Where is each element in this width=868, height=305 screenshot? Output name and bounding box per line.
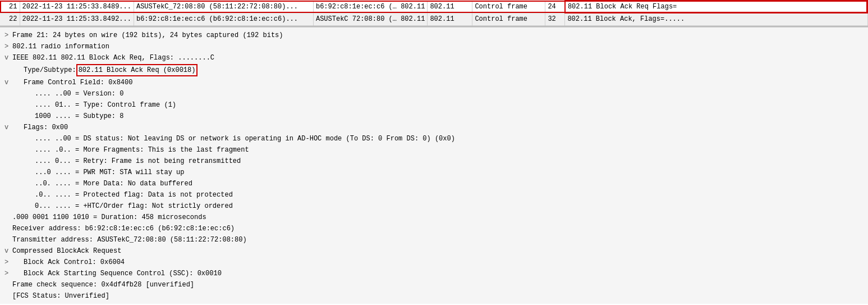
packet-source: b6:92:c8:1e:ec:c6 (b6:92:c8:1e:ec:c6)... [134, 13, 313, 25]
detail-line: >Block Ack Control: 0x6004 [0, 257, 868, 268]
subtype-highlight-box: 802.11 Block Ack Req (0x0018) [76, 64, 198, 76]
detail-text: Block Ack Control: 0x6004 [24, 257, 125, 267]
detail-text: Type/Subtype: [24, 65, 76, 75]
detail-line: .... ..00 = Version: 0 [0, 88, 868, 99]
detail-panel: >Frame 21: 24 bytes on wire (192 bits), … [0, 26, 868, 304]
detail-text: Frame check sequence: 0x4df4fb28 [unveri… [12, 280, 194, 290]
detail-text: 802.11 radio information [12, 42, 109, 52]
detail-line: vCompressed BlockAck Request [0, 245, 868, 257]
detail-line: >Frame 21: 24 bytes on wire (192 bits), … [0, 30, 868, 41]
detail-text: .... 0... = Retry: Frame is not being re… [35, 156, 241, 166]
expand-icon[interactable]: v [4, 53, 12, 63]
packet-destination: b6:92:c8:1e:ec:c6 (… 802.11 [313, 1, 427, 13]
detail-text: Frame Control Field: 0x8400 [24, 78, 132, 88]
detail-text: Transmitter address: ASUSTekC_72:08:80 (… [12, 235, 247, 245]
packet-protocol: 802.11 [428, 13, 472, 25]
packet-time: 2022-11-23 11:25:33.8489... [20, 1, 134, 13]
detail-text: 0... .... = +HTC/Order flag: Not strictl… [35, 201, 233, 211]
detail-text: .... .0.. = More Fragments: This is the … [35, 145, 249, 155]
packet-no: 22 [0, 13, 20, 25]
packet-destination: ASUSTekC 72:08:80 (… 802.11 [313, 13, 427, 25]
packet-row[interactable]: 212022-11-23 11:25:33.8489...ASUSTekC_72… [0, 1, 867, 13]
expand-icon[interactable]: v [4, 246, 12, 256]
detail-line: >Block Ack Starting Sequence Control (SS… [0, 268, 868, 279]
packet-length: 24 [545, 1, 565, 13]
detail-text: .... 01.. = Type: Control frame (1) [35, 100, 176, 110]
packet-time: 2022-11-23 11:25:33.8492... [20, 13, 134, 25]
detail-text: [FCS Status: Unverified] [12, 291, 109, 301]
detail-line: 0... .... = +HTC/Order flag: Not strictl… [0, 201, 868, 212]
detail-line: .... .0.. = More Fragments: This is the … [0, 144, 868, 156]
packet-length-label: Control frame [472, 13, 545, 25]
expand-icon[interactable]: > [4, 30, 12, 40]
detail-text: Frame 21: 24 bytes on wire (192 bits), 2… [12, 30, 283, 40]
detail-line: .0.. .... = Protected flag: Data is not … [0, 189, 868, 201]
detail-line: .... ..00 = DS status: Not leaving DS or… [0, 133, 868, 144]
packet-source: ASUSTekC_72:08:80 (58:11:22:72:08:80)... [134, 1, 313, 13]
packet-length-label: Control frame [472, 1, 545, 13]
detail-text: .0.. .... = Protected flag: Data is not … [35, 190, 233, 200]
expand-icon[interactable]: v [4, 78, 12, 88]
detail-text: IEEE 802.11 802.11 Block Ack Req, Flags:… [12, 53, 214, 63]
detail-text: .... ..00 = DS status: Not leaving DS or… [35, 134, 455, 144]
detail-line: Frame check sequence: 0x4df4fb28 [unveri… [0, 279, 868, 290]
detail-text: .000 0001 1100 1010 = Duration: 458 micr… [12, 212, 206, 222]
detail-text: Block Ack Starting Sequence Control (SSC… [24, 268, 222, 279]
detail-line: .000 0001 1100 1010 = Duration: 458 micr… [0, 212, 868, 223]
packet-length: 32 [545, 13, 565, 25]
packet-list: 212022-11-23 11:25:33.8489...ASUSTekC_72… [0, 0, 868, 26]
detail-line: Receiver address: b6:92:c8:1e:ec:c6 (b6:… [0, 223, 868, 234]
packet-protocol: 802.11 [428, 1, 472, 13]
detail-text: Compressed BlockAck Request [12, 246, 121, 256]
expand-icon[interactable]: v [4, 122, 12, 133]
detail-line: ...0 .... = PWR MGT: STA will stay up [0, 167, 868, 178]
detail-text: ...0 .... = PWR MGT: STA will stay up [35, 167, 184, 177]
detail-line: Transmitter address: ASUSTekC_72:08:80 (… [0, 234, 868, 245]
packet-no: 21 [0, 1, 20, 13]
detail-line: vIEEE 802.11 802.11 Block Ack Req, Flags… [0, 52, 868, 63]
expand-icon[interactable]: > [4, 268, 12, 279]
detail-text: Flags: 0x00 [24, 122, 68, 133]
packet-info: 802.11 Block Ack, Flags=..... [565, 13, 867, 25]
detail-line: vFrame Control Field: 0x8400 [0, 77, 868, 88]
detail-line: .... 01.. = Type: Control frame (1) [0, 99, 868, 111]
detail-line: .... 0... = Retry: Frame is not being re… [0, 156, 868, 167]
detail-text: 1000 .... = Subtype: 8 [35, 111, 123, 121]
detail-line: vFlags: 0x00 [0, 122, 868, 133]
packet-row[interactable]: 222022-11-23 11:25:33.8492...b6:92:c8:1e… [0, 13, 867, 25]
expand-icon[interactable]: > [4, 257, 12, 267]
packet-info: 802.11 Block Ack Req Flags= [565, 1, 867, 13]
detail-text: Receiver address: b6:92:c8:1e:ec:c6 (b6:… [12, 224, 235, 234]
detail-line: >802.11 radio information [0, 41, 868, 52]
expand-icon[interactable]: > [4, 42, 12, 52]
detail-line: 1000 .... = Subtype: 8 [0, 111, 868, 122]
detail-line: Type/Subtype: 802.11 Block Ack Req (0x00… [0, 63, 868, 77]
detail-text: ..0. .... = More Data: No data buffered [35, 179, 192, 189]
detail-line: [FCS Status: Unverified] [0, 290, 868, 302]
detail-text: .... ..00 = Version: 0 [35, 89, 123, 99]
detail-line: ..0. .... = More Data: No data buffered [0, 178, 868, 189]
